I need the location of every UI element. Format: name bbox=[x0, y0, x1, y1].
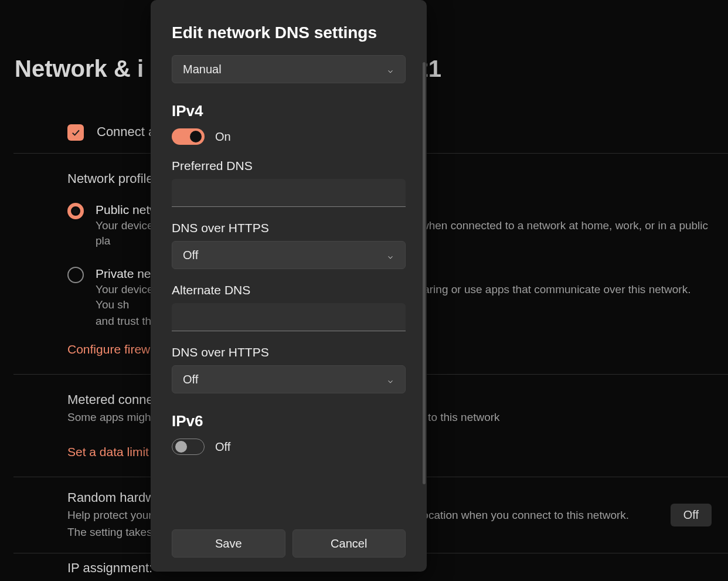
cancel-button[interactable]: Cancel bbox=[292, 529, 406, 558]
alternate-dns-label: Alternate DNS bbox=[172, 283, 406, 297]
preferred-doh-select[interactable]: Off bbox=[172, 241, 406, 269]
save-button[interactable]: Save bbox=[172, 529, 285, 558]
dialog-body: Edit network DNS settings Manual IPv4 On… bbox=[151, 0, 427, 519]
chevron-down-icon bbox=[386, 375, 394, 383]
alternate-doh-value: Off bbox=[183, 373, 198, 386]
alternate-doh-select[interactable]: Off bbox=[172, 365, 406, 393]
random-hw-toggle-button[interactable]: Off bbox=[671, 504, 712, 526]
ipv6-heading: IPv6 bbox=[172, 412, 406, 430]
dialog-scrollbar[interactable] bbox=[423, 62, 426, 484]
dialog-title: Edit network DNS settings bbox=[172, 23, 406, 42]
ipv6-toggle-label: Off bbox=[215, 440, 230, 454]
check-icon bbox=[70, 127, 81, 138]
doh1-label: DNS over HTTPS bbox=[172, 221, 406, 235]
data-limit-link[interactable]: Set a data limit bbox=[67, 445, 149, 459]
ipv4-toggle-row: On bbox=[172, 128, 406, 145]
firewall-link[interactable]: Configure firew bbox=[67, 342, 150, 356]
ipv4-toggle[interactable] bbox=[172, 128, 205, 145]
profile-type-label: Network profile bbox=[67, 171, 154, 186]
dns-mode-select[interactable]: Manual bbox=[172, 55, 406, 83]
preferred-doh-value: Off bbox=[183, 249, 198, 262]
chevron-down-icon bbox=[386, 251, 394, 259]
ipv6-toggle-row: Off bbox=[172, 439, 406, 455]
public-radio[interactable] bbox=[67, 203, 84, 219]
dialog-footer: Save Cancel bbox=[151, 519, 427, 572]
dns-mode-value: Manual bbox=[183, 63, 222, 76]
preferred-dns-label: Preferred DNS bbox=[172, 159, 406, 173]
ipv6-toggle[interactable] bbox=[172, 439, 205, 455]
private-radio[interactable] bbox=[67, 267, 84, 283]
alternate-dns-input[interactable] bbox=[172, 303, 406, 331]
breadcrumb-prefix: Network & i bbox=[15, 56, 144, 81]
ip-assign-label: IP assignment: bbox=[67, 560, 152, 576]
connect-auto-checkbox[interactable] bbox=[67, 124, 84, 141]
preferred-dns-input[interactable] bbox=[172, 179, 406, 207]
doh2-label: DNS over HTTPS bbox=[172, 345, 406, 359]
ipv4-toggle-label: On bbox=[215, 130, 231, 144]
ipv4-heading: IPv4 bbox=[172, 102, 406, 120]
chevron-down-icon bbox=[386, 65, 394, 73]
edit-dns-dialog: Edit network DNS settings Manual IPv4 On… bbox=[151, 0, 427, 572]
